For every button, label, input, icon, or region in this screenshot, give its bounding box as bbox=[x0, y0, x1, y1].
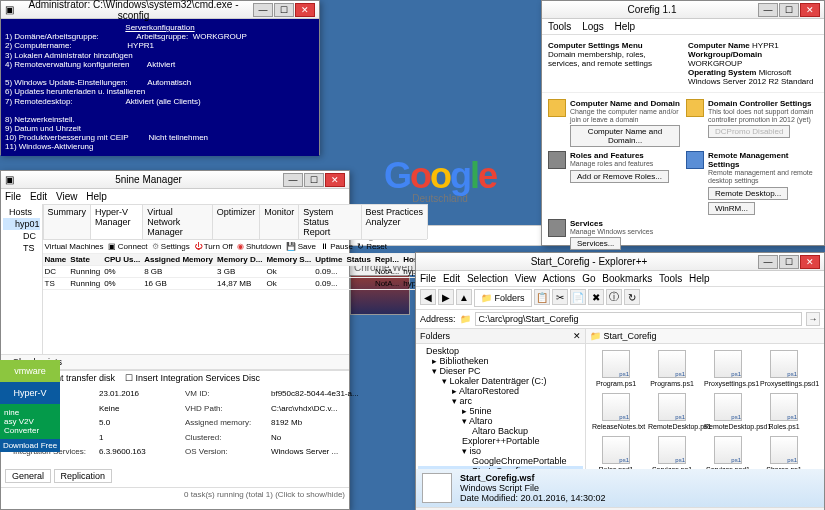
tree-altaro-backup[interactable]: Altaro Backup bbox=[418, 426, 583, 436]
tree-explorerpp[interactable]: Explorer++Portable bbox=[418, 436, 583, 446]
maximize-button[interactable]: ☐ bbox=[779, 3, 799, 17]
tree-bibliotheken[interactable]: ▸ Bibliotheken bbox=[418, 356, 583, 366]
menu-view[interactable]: View bbox=[56, 191, 78, 202]
table-row[interactable]: TSRunning0%16 GB14,87 MBOk0.09...NotA...… bbox=[43, 278, 428, 290]
file-item[interactable]: Proxysettings.psd1 bbox=[758, 348, 810, 389]
menu-actions[interactable]: Actions bbox=[543, 273, 576, 284]
tab-hyperv[interactable]: Hyper-V Manager bbox=[90, 204, 143, 239]
col-header[interactable]: Memory S... bbox=[264, 254, 313, 266]
file-item[interactable]: Shares.ps1 bbox=[758, 434, 810, 469]
close-button[interactable]: ✕ bbox=[800, 3, 820, 17]
tree-altaro[interactable]: ▾ Altaro bbox=[418, 416, 583, 426]
col-header[interactable]: Status bbox=[344, 254, 372, 266]
computer-name-domain-button[interactable]: Computer Name and Domain... bbox=[570, 125, 680, 147]
forward-button[interactable]: ▶ bbox=[438, 289, 454, 305]
address-input[interactable] bbox=[475, 312, 802, 326]
insert-is-disc[interactable]: ☐ Insert Integration Services Disc bbox=[125, 373, 260, 383]
menu-tools[interactable]: Tools bbox=[548, 21, 571, 32]
menu-go[interactable]: Go bbox=[582, 273, 595, 284]
menu-view[interactable]: View bbox=[515, 273, 537, 284]
col-header[interactable]: Assigned Memory bbox=[142, 254, 215, 266]
minimize-button[interactable]: — bbox=[253, 3, 273, 17]
folders-close-icon[interactable]: ✕ bbox=[573, 331, 581, 341]
copy-button[interactable]: 📋 bbox=[534, 289, 550, 305]
file-item[interactable]: Roles.psd1 bbox=[590, 434, 642, 469]
back-button[interactable]: ◀ bbox=[420, 289, 436, 305]
minimize-button[interactable]: — bbox=[758, 3, 778, 17]
settings-button[interactable]: ⚙ Settings bbox=[152, 242, 190, 251]
tab-bpa[interactable]: Best Practices Analyzer bbox=[361, 204, 429, 239]
save-button[interactable]: 💾 Save bbox=[286, 242, 316, 251]
col-header[interactable]: CPU Us... bbox=[102, 254, 142, 266]
shutdown-button[interactable]: ◉ Shutdown bbox=[237, 242, 282, 251]
col-header[interactable]: Uptime bbox=[313, 254, 344, 266]
file-item[interactable]: Proxysettings.ps1 bbox=[702, 348, 754, 389]
file-item[interactable]: Services.psd1 bbox=[702, 434, 754, 469]
file-item[interactable]: ReleaseNotes.txt bbox=[590, 391, 642, 432]
properties-button[interactable]: ⓘ bbox=[606, 289, 622, 305]
menu-file[interactable]: File bbox=[5, 191, 21, 202]
tab-vnet[interactable]: Virtual Network Manager bbox=[142, 204, 212, 239]
tree-drive-c[interactable]: ▾ Lokaler Datenträger (C:) bbox=[418, 376, 583, 386]
go-button[interactable]: → bbox=[806, 312, 820, 326]
menu-logs[interactable]: Logs bbox=[582, 21, 604, 32]
col-header[interactable]: Name bbox=[43, 254, 69, 266]
tab-monitor[interactable]: Monitor bbox=[259, 204, 299, 239]
connect-button[interactable]: ▣ Connect bbox=[108, 242, 148, 251]
tree-chrome[interactable]: GoogleChromePortable bbox=[418, 456, 583, 466]
col-header[interactable]: Repl... bbox=[373, 254, 401, 266]
tree-pc[interactable]: ▾ Dieser PC bbox=[418, 366, 583, 376]
cmd-console[interactable]: Serverkonfiguration1) Domäne/Arbeitsgrup… bbox=[1, 19, 319, 156]
maximize-button[interactable]: ☐ bbox=[304, 173, 324, 187]
file-item[interactable]: Programs.ps1 bbox=[646, 348, 698, 389]
file-item[interactable]: Program.ps1 bbox=[590, 348, 642, 389]
minimize-button[interactable]: — bbox=[283, 173, 303, 187]
file-item[interactable]: Services.ps1 bbox=[646, 434, 698, 469]
menu-selection[interactable]: Selection bbox=[467, 273, 508, 284]
cmd-titlebar[interactable]: ▣ Administrator: C:\Windows\system32\cmd… bbox=[1, 1, 319, 19]
paste-button[interactable]: 📄 bbox=[570, 289, 586, 305]
up-button[interactable]: ▲ bbox=[456, 289, 472, 305]
tab-header[interactable]: 📁 Start_Corefig bbox=[586, 329, 824, 344]
tree-arc[interactable]: ▾ arc bbox=[418, 396, 583, 406]
menu-bookmarks[interactable]: Bookmarks bbox=[602, 273, 652, 284]
explorer-titlebar[interactable]: Start_Corefig - Explorer++ — ☐ ✕ bbox=[416, 253, 824, 271]
reset-button[interactable]: ↻ Reset bbox=[357, 242, 387, 251]
pause-button[interactable]: ⏸ Pause bbox=[320, 242, 353, 251]
close-button[interactable]: ✕ bbox=[295, 3, 315, 17]
close-button[interactable]: ✕ bbox=[325, 173, 345, 187]
tree-hosts[interactable]: Hosts bbox=[3, 206, 40, 218]
tree-host-hyp01[interactable]: hyp01 bbox=[3, 218, 40, 230]
menu-edit[interactable]: Edit bbox=[30, 191, 47, 202]
close-button[interactable]: ✕ bbox=[800, 255, 820, 269]
tree-5nine[interactable]: ▸ 5nine bbox=[418, 406, 583, 416]
file-item[interactable]: Roles.ps1 bbox=[758, 391, 810, 432]
turnoff-button[interactable]: ⏻ Turn Off bbox=[194, 242, 233, 251]
menu-help[interactable]: Help bbox=[689, 273, 710, 284]
menu-help[interactable]: Help bbox=[615, 21, 636, 32]
folders-toggle[interactable]: 📁 Folders bbox=[474, 289, 532, 307]
tree-vm-dc[interactable]: DC bbox=[3, 230, 40, 242]
menu-edit[interactable]: Edit bbox=[443, 273, 460, 284]
tree-desktop[interactable]: Desktop bbox=[418, 346, 583, 356]
menu-tools[interactable]: Tools bbox=[659, 273, 682, 284]
tree-altaro-restored[interactable]: ▸ AltaroRestored bbox=[418, 386, 583, 396]
col-header[interactable]: State bbox=[68, 254, 102, 266]
tab-status[interactable]: System Status Report bbox=[298, 204, 361, 239]
services-button[interactable]: Services... bbox=[570, 237, 621, 250]
maximize-button[interactable]: ☐ bbox=[274, 3, 294, 17]
fnine-titlebar[interactable]: ▣ 5nine Manager — ☐ ✕ bbox=[1, 171, 349, 189]
tree-startcorefig[interactable]: Start_Corefig bbox=[418, 466, 583, 469]
tab-summary[interactable]: Summary bbox=[43, 204, 92, 239]
winrm-button[interactable]: WinRM... bbox=[708, 202, 755, 215]
minimize-button[interactable]: — bbox=[758, 255, 778, 269]
remote-desktop-button[interactable]: Remote Desktop... bbox=[708, 187, 788, 200]
menu-file[interactable]: File bbox=[420, 273, 436, 284]
tree-iso[interactable]: ▾ iso bbox=[418, 446, 583, 456]
file-item[interactable]: RemoteDesktop.psd1 bbox=[702, 391, 754, 432]
download-free-button[interactable]: Download Free bbox=[0, 439, 60, 452]
tree-vm-ts[interactable]: TS bbox=[3, 242, 40, 254]
menu-help[interactable]: Help bbox=[86, 191, 107, 202]
maximize-button[interactable]: ☐ bbox=[779, 255, 799, 269]
tab-replication[interactable]: Replication bbox=[54, 469, 113, 483]
